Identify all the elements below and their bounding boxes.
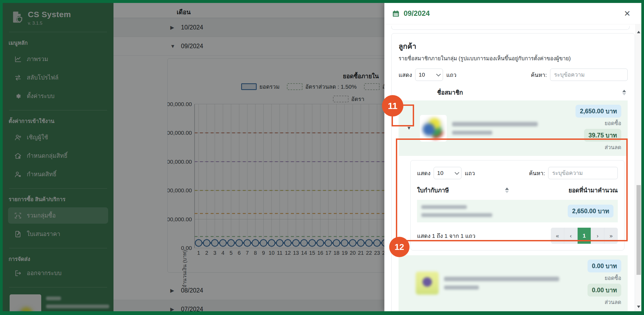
annotation-step-12: 12 <box>389 237 410 257</box>
discount-label: ส่วนลด <box>605 298 621 306</box>
purchase-amount-badge: 2,650.00 บาท <box>575 105 621 118</box>
scroll-up-icon[interactable] <box>637 31 640 33</box>
purchase-label: ยอดซื้อ <box>605 119 621 128</box>
chevron-down-icon <box>436 72 441 76</box>
panel-scrollbar[interactable] <box>635 24 641 311</box>
page-size-select[interactable]: 10 <box>415 69 443 81</box>
annotation-step-11: 11 <box>382 95 403 117</box>
member-search-input[interactable] <box>550 69 628 81</box>
member-name-redacted <box>452 122 538 135</box>
member-stats: 0.00 บาท ยอดซื้อ 0.00 บาท ส่วนลด <box>588 260 625 306</box>
purchase-label: ยอดซื้อ <box>605 274 621 282</box>
member-table-header: ชื่อสมาชิก <box>399 88 628 100</box>
member-logo-redacted <box>416 272 439 295</box>
annotation-box-12 <box>396 138 628 241</box>
rows-label: แถว <box>446 70 456 79</box>
customer-card-title: ลูกค้า <box>399 40 628 52</box>
close-icon[interactable]: ✕ <box>624 10 631 18</box>
sort-icon[interactable] <box>622 90 626 95</box>
search-label: ค้นหา: <box>531 70 547 79</box>
scroll-down-icon[interactable] <box>637 306 640 308</box>
purchase-amount-badge: 0.00 บาท <box>588 260 621 272</box>
member-row[interactable]: 170,700.00 บาท ยอดซื้อ 2,560.50 บาท ส่วน… <box>399 311 628 311</box>
customer-card-subtitle: รายชื่อสมาชิกภายในกลุ่ม (รูปแบบการมองเห็… <box>399 54 628 63</box>
member-row[interactable]: 0.00 บาท ยอดซื้อ 0.00 บาท ส่วนลด <box>399 255 628 311</box>
member-logo-redacted <box>420 115 447 142</box>
app-window: CS System v. 3.1.5 เมนูหลัก ภาพรวม สลับโ… <box>3 3 641 311</box>
member-name-redacted <box>444 277 559 290</box>
show-label: แสดง <box>399 70 412 79</box>
discount-amount-badge: 0.00 บาท <box>588 284 621 297</box>
scrolled-card-edge <box>391 26 630 30</box>
panel-month-title: 09/2024 <box>404 9 430 18</box>
page-size-value: 10 <box>419 72 425 78</box>
panel-title: 09/2024 <box>392 9 430 18</box>
member-table-controls: แสดง 10 แถว ค้นหา: <box>399 69 628 81</box>
scrollbar-thumb[interactable] <box>637 185 641 275</box>
calendar-icon <box>392 10 400 18</box>
member-column-header[interactable]: ชื่อสมาชิก <box>437 88 463 97</box>
screen-frame: CS System v. 3.1.5 เมนูหลัก ภาพรวม สลับโ… <box>0 0 644 315</box>
panel-header: 09/2024 ✕ <box>384 3 641 24</box>
